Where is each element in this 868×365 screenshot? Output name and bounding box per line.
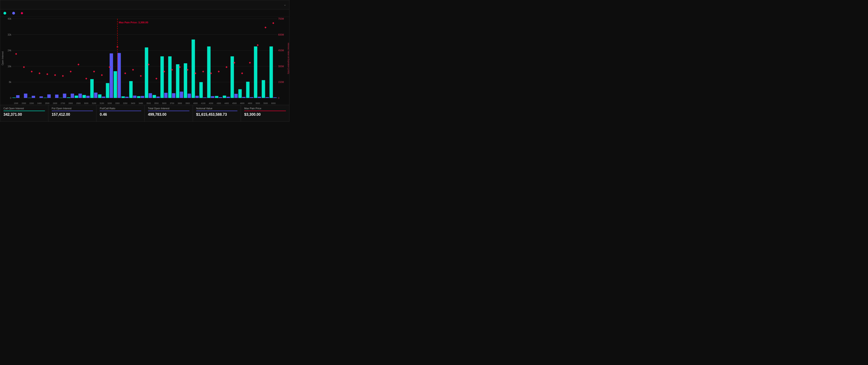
- footer-cell-3: Total Open Interest 499,783.00: [145, 105, 193, 121]
- svg-rect-113: [254, 47, 257, 98]
- svg-text:0: 0: [278, 97, 279, 99]
- x-label-2600: 2600: [51, 102, 59, 105]
- svg-rect-87: [188, 93, 191, 98]
- x-label-5000: 5000: [254, 102, 262, 105]
- footer-value-0: 342,371.00: [3, 113, 45, 117]
- svg-rect-109: [241, 72, 243, 74]
- x-label-2500: 2500: [43, 102, 51, 105]
- x-label-3100: 3100: [90, 102, 98, 105]
- svg-rect-54: [102, 96, 105, 98]
- svg-rect-89: [191, 39, 195, 98]
- main-container: ⌄ 40k32k24k16k8k0Open Interest750M600M45…: [0, 0, 289, 122]
- svg-text:Max Pain Price: 3,300.00: Max Pain Price: 3,300.00: [119, 21, 148, 24]
- x-label-2800: 2800: [67, 102, 74, 105]
- svg-rect-47: [83, 95, 86, 98]
- svg-rect-27: [32, 96, 35, 98]
- svg-rect-66: [133, 96, 136, 98]
- svg-text:Open Interest: Open Interest: [1, 51, 4, 65]
- svg-rect-105: [234, 94, 238, 98]
- svg-rect-31: [38, 72, 40, 74]
- svg-rect-98: [215, 96, 218, 98]
- x-label-3400: 3400: [129, 102, 137, 105]
- x-label-4500: 4500: [230, 102, 238, 105]
- x-label-3300: 3300: [114, 102, 121, 105]
- footer-cell-4: Notional Value $1,615,453,588.73: [193, 105, 241, 121]
- legend-calls: [3, 12, 8, 15]
- svg-rect-44: [75, 96, 78, 98]
- svg-rect-117: [266, 97, 269, 98]
- svg-rect-67: [132, 69, 134, 71]
- chart-svg: 40k32k24k16k8k0Open Interest750M600M450M…: [12, 19, 277, 98]
- svg-rect-103: [225, 66, 227, 68]
- svg-text:750M: 750M: [278, 18, 284, 20]
- footer-value-1: 157,412.00: [52, 113, 93, 117]
- svg-rect-70: [140, 75, 142, 77]
- calls-icon: [3, 12, 6, 15]
- footer-value-3: 499,783.00: [148, 113, 189, 117]
- x-label-2400: 2400: [35, 102, 43, 105]
- x-label-3450: 3450: [137, 102, 145, 105]
- svg-rect-108: [242, 97, 246, 98]
- svg-rect-121: [272, 22, 274, 24]
- svg-rect-50: [90, 79, 94, 98]
- svg-rect-107: [239, 89, 242, 98]
- svg-rect-56: [106, 83, 110, 98]
- footer-label-2: Put/Call Ratio: [100, 107, 141, 110]
- svg-rect-20: [12, 97, 16, 98]
- svg-rect-39: [63, 93, 66, 98]
- svg-text:600M: 600M: [278, 33, 284, 36]
- x-label-6000: 6000: [270, 102, 277, 105]
- x-label-5500: 5500: [262, 102, 270, 105]
- svg-rect-119: [270, 47, 273, 98]
- svg-rect-46: [78, 63, 80, 65]
- svg-rect-92: [199, 82, 203, 98]
- svg-rect-64: [124, 72, 126, 74]
- svg-rect-112: [249, 62, 251, 63]
- svg-rect-80: [168, 56, 172, 98]
- footer-underline-5: [244, 111, 286, 111]
- svg-rect-33: [47, 94, 51, 98]
- chart-area: 40k32k24k16k8k0Open Interest750M600M450M…: [0, 17, 289, 105]
- legend-puts: [12, 12, 17, 15]
- x-label-2700: 2700: [59, 102, 67, 105]
- svg-rect-43: [70, 71, 71, 72]
- x-label-4300: 4300: [215, 102, 223, 105]
- tiv-icon: [21, 12, 23, 14]
- x-label-3000: 3000: [83, 102, 90, 105]
- footer-underline-3: [148, 111, 189, 111]
- svg-rect-40: [62, 75, 64, 77]
- svg-rect-55: [101, 74, 103, 76]
- svg-rect-48: [86, 96, 90, 98]
- svg-rect-45: [79, 93, 82, 98]
- svg-rect-100: [218, 71, 220, 72]
- x-label-3500: 3500: [145, 102, 153, 105]
- svg-rect-21: [16, 95, 20, 98]
- svg-rect-75: [156, 96, 160, 98]
- footer-underline-2: [100, 111, 141, 111]
- svg-rect-49: [85, 78, 87, 80]
- x-axis: 1500200022002400250026002700280029003000…: [12, 102, 277, 105]
- footer-label-3: Total Open Interest: [148, 107, 189, 110]
- x-label-4100: 4100: [199, 102, 207, 105]
- chevron-down-icon[interactable]: ⌄: [284, 3, 286, 6]
- svg-rect-25: [23, 66, 25, 68]
- svg-text:150M: 150M: [278, 81, 284, 83]
- svg-rect-52: [93, 71, 95, 72]
- svg-rect-72: [149, 93, 152, 98]
- svg-rect-63: [125, 97, 129, 98]
- legend-bar: [0, 9, 289, 17]
- svg-rect-115: [257, 44, 258, 46]
- svg-rect-116: [262, 80, 265, 98]
- x-label-4600: 4600: [239, 102, 246, 105]
- svg-rect-65: [129, 81, 133, 98]
- svg-rect-94: [202, 71, 204, 72]
- header: ⌄: [0, 0, 289, 9]
- footer-label-4: Notional Value: [196, 107, 238, 110]
- svg-rect-111: [250, 97, 253, 98]
- svg-rect-120: [273, 97, 277, 98]
- svg-text:0: 0: [10, 97, 11, 99]
- x-label-3800: 3800: [176, 102, 184, 105]
- svg-rect-95: [207, 47, 211, 98]
- x-label-3600: 3600: [160, 102, 168, 105]
- footer-label-1: Put Open Interest: [52, 107, 93, 110]
